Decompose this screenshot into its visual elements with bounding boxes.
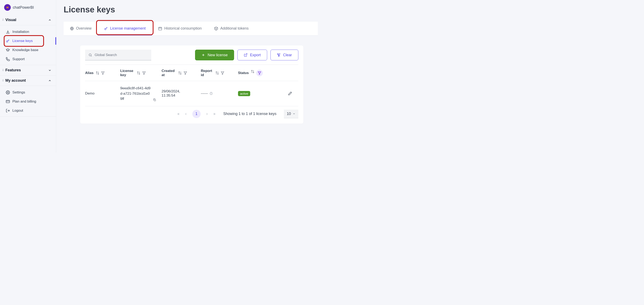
col-alias: Alias bbox=[85, 71, 120, 75]
tab-additional-tokens[interactable]: Additional tokens bbox=[208, 22, 255, 35]
sort-icon[interactable] bbox=[96, 71, 100, 75]
brand-logo-icon bbox=[4, 4, 11, 11]
sort-icon[interactable] bbox=[178, 71, 182, 75]
svg-point-2 bbox=[7, 7, 7, 8]
col-created-at: Created at bbox=[162, 69, 201, 77]
sidebar-item-license-keys[interactable]: License keys bbox=[0, 36, 56, 46]
brand-name: chatPowerBI bbox=[13, 5, 34, 10]
download-icon bbox=[6, 30, 10, 34]
svg-rect-14 bbox=[159, 27, 162, 30]
export-button[interactable]: Export bbox=[238, 50, 267, 60]
filter-icon[interactable] bbox=[221, 71, 224, 75]
sidebar-item-label: Settings bbox=[12, 90, 25, 95]
sidebar-item-plan-billing[interactable]: Plan and billing bbox=[0, 97, 56, 106]
tab-label: Overview bbox=[76, 26, 92, 31]
calendar-icon bbox=[158, 27, 162, 31]
sidebar: chatPowerBI ⠿ Visual Installation Licens… bbox=[0, 0, 56, 152]
key-icon bbox=[6, 39, 10, 43]
sort-icon[interactable] bbox=[251, 70, 254, 73]
svg-line-24 bbox=[278, 54, 280, 56]
sidebar-item-knowledge-base[interactable]: Knowledge base bbox=[0, 46, 56, 55]
filter-active-chip[interactable] bbox=[256, 70, 263, 76]
col-label: Status bbox=[238, 71, 249, 75]
logout-icon bbox=[6, 109, 10, 113]
plus-icon bbox=[202, 53, 205, 57]
nav-section-features[interactable]: ⠿ Features bbox=[0, 65, 56, 76]
sidebar-item-settings[interactable]: Settings bbox=[0, 88, 56, 97]
sidebar-item-installation[interactable]: Installation bbox=[0, 27, 56, 36]
svg-marker-29 bbox=[258, 72, 261, 75]
sidebar-item-label: Support bbox=[12, 57, 25, 61]
cube-icon bbox=[214, 27, 218, 31]
button-label: Export bbox=[250, 53, 261, 57]
chevron-down-icon bbox=[292, 112, 296, 115]
svg-marker-28 bbox=[221, 72, 224, 75]
nav-section-my-account[interactable]: ⠿ My account bbox=[0, 76, 56, 86]
status-badge: active bbox=[238, 91, 250, 96]
search-input[interactable] bbox=[95, 53, 148, 57]
page-last-button[interactable]: » bbox=[214, 112, 216, 116]
page-current[interactable]: 1 bbox=[192, 110, 200, 118]
info-icon[interactable] bbox=[210, 92, 213, 95]
sidebar-item-label: Installation bbox=[12, 30, 29, 34]
search-icon bbox=[88, 53, 92, 57]
toolbar: New license Export Clear bbox=[85, 50, 298, 60]
graduation-cap-icon bbox=[6, 48, 10, 52]
tab-historical-consumption[interactable]: Historical consumption bbox=[152, 22, 208, 35]
credit-card-icon bbox=[6, 100, 10, 104]
nav-items-visual: Installation License keys Knowledge base… bbox=[0, 25, 56, 65]
chevron-up-icon bbox=[48, 79, 52, 82]
copy-icon[interactable] bbox=[153, 98, 156, 102]
page-size-select[interactable]: 10 bbox=[284, 110, 298, 118]
filter-icon[interactable] bbox=[142, 71, 146, 75]
nav-section-visual[interactable]: ⠿ Visual bbox=[0, 15, 56, 25]
svg-point-18 bbox=[89, 54, 91, 56]
pagination: « ‹ 1 › » Showing 1 to 1 of 1 license ke… bbox=[85, 106, 298, 120]
nav-items-account: Settings Plan and billing Logout bbox=[0, 86, 56, 117]
sort-icon[interactable] bbox=[215, 71, 219, 75]
global-search[interactable] bbox=[85, 50, 151, 60]
page-prev-button[interactable]: ‹ bbox=[185, 112, 186, 116]
col-report-id: Report id bbox=[201, 69, 238, 77]
sidebar-item-logout[interactable]: Logout bbox=[0, 106, 56, 115]
svg-marker-26 bbox=[142, 72, 146, 75]
gear-icon bbox=[6, 90, 10, 95]
svg-marker-25 bbox=[102, 72, 104, 75]
col-label: License key bbox=[120, 69, 135, 77]
page-title: License keys bbox=[64, 5, 318, 14]
cell-status: active bbox=[238, 91, 269, 96]
svg-rect-8 bbox=[6, 100, 10, 103]
cell-created-at: 29/06/2024, 11:35:54 bbox=[162, 89, 201, 98]
page-first-button[interactable]: « bbox=[178, 112, 180, 116]
tab-overview[interactable]: Overview bbox=[64, 22, 98, 35]
content-panel: New license Export Clear Alias bbox=[80, 46, 303, 124]
sidebar-item-label: Knowledge base bbox=[12, 48, 38, 52]
tab-label: Additional tokens bbox=[220, 26, 248, 31]
svg-point-7 bbox=[8, 92, 8, 93]
filter-icon[interactable] bbox=[101, 71, 105, 75]
page-next-button[interactable]: › bbox=[206, 112, 208, 116]
filter-icon[interactable] bbox=[184, 71, 187, 75]
sidebar-item-support[interactable]: Support bbox=[0, 55, 56, 64]
main: License keys Overview License management… bbox=[56, 0, 322, 152]
edit-icon[interactable] bbox=[288, 91, 292, 96]
clear-button[interactable]: Clear bbox=[270, 50, 298, 60]
nav-section-title: My account bbox=[5, 78, 26, 83]
filter-clear-icon bbox=[277, 53, 280, 57]
tab-license-management[interactable]: License management bbox=[98, 22, 152, 35]
tab-label: License management bbox=[110, 26, 146, 31]
globe-icon bbox=[70, 27, 74, 31]
col-label: Created at bbox=[162, 69, 176, 77]
chevron-up-icon bbox=[48, 19, 52, 22]
tab-label: Historical consumption bbox=[164, 26, 202, 31]
new-license-button[interactable]: New license bbox=[195, 50, 234, 60]
svg-line-22 bbox=[245, 54, 247, 55]
col-label: Alias bbox=[85, 71, 94, 75]
filter-icon bbox=[258, 71, 261, 75]
cell-license-key: 9eea9c8f-c641-4d9d-a721-761bcd1e09ff bbox=[120, 86, 162, 102]
sidebar-item-label: Plan and billing bbox=[12, 100, 36, 104]
sort-icon[interactable] bbox=[137, 71, 140, 75]
brand[interactable]: chatPowerBI bbox=[0, 0, 56, 15]
svg-line-19 bbox=[91, 56, 92, 56]
drag-handle-icon: ⠿ bbox=[2, 69, 4, 72]
